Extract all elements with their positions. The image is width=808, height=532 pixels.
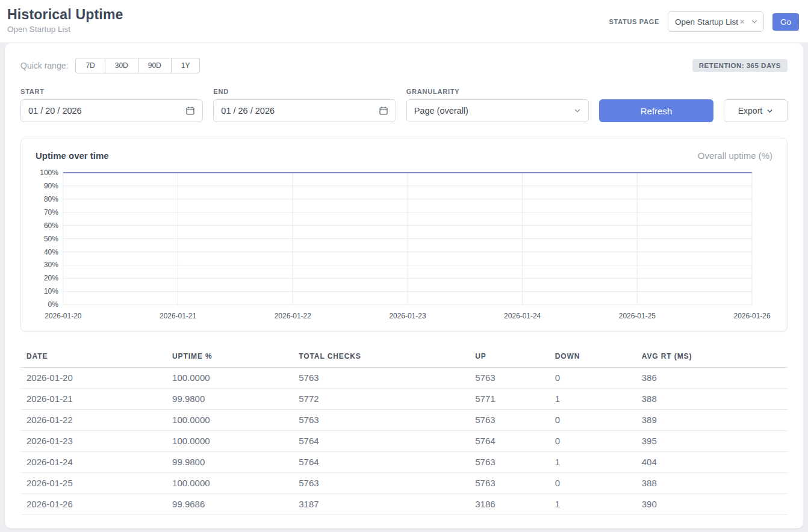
- table-cell: 0: [549, 368, 636, 389]
- page-title: Historical Uptime: [7, 7, 123, 23]
- quick-range-button-1y[interactable]: 1Y: [171, 58, 200, 73]
- table-cell: 5763: [293, 410, 469, 431]
- chart-header: Uptime over time Overall uptime (%): [36, 150, 772, 167]
- table-cell: 0: [549, 431, 636, 452]
- table-cell: 2026-01-21: [20, 389, 166, 410]
- table-cell: 390: [636, 494, 788, 515]
- table-cell: 99.9686: [166, 494, 293, 515]
- chevron-down-icon: [574, 107, 581, 114]
- svg-text:90%: 90%: [44, 182, 58, 190]
- quick-range-group: 7D30D90D1Y: [75, 58, 200, 73]
- calendar-icon[interactable]: [379, 106, 388, 116]
- table-cell: 1: [549, 494, 636, 515]
- svg-text:2026-01-21: 2026-01-21: [160, 312, 196, 320]
- table-cell: 2026-01-26: [20, 494, 166, 515]
- calendar-icon[interactable]: [185, 106, 195, 116]
- svg-text:2026-01-22: 2026-01-22: [275, 312, 311, 320]
- title-block: Historical Uptime Open Startup List: [7, 7, 123, 34]
- table-cell: 2026-01-25: [20, 473, 166, 494]
- svg-text:30%: 30%: [44, 261, 58, 269]
- granularity-select[interactable]: Page (overall): [406, 99, 589, 122]
- start-date-field-group: START 01 / 20 / 2026: [20, 88, 203, 122]
- table-body: 2026-01-20100.00005763576303862026-01-21…: [20, 368, 788, 515]
- page-subtitle: Open Startup List: [7, 25, 123, 34]
- svg-text:80%: 80%: [44, 195, 58, 203]
- filters-row: START 01 / 20 / 2026 END 01 / 26 / 2026: [20, 88, 788, 122]
- table-cell: 2026-01-22: [20, 410, 166, 431]
- svg-text:2026-01-23: 2026-01-23: [389, 312, 426, 320]
- export-button[interactable]: Export: [724, 99, 788, 122]
- table-cell: 5763: [293, 473, 469, 494]
- end-date-input[interactable]: 01 / 26 / 2026: [213, 99, 396, 122]
- table-header-row: DATEUPTIME %TOTAL CHECKSUPDOWNAVG RT (MS…: [20, 346, 788, 368]
- end-date-field-group: END 01 / 26 / 2026: [213, 88, 396, 122]
- quick-range-button-7d[interactable]: 7D: [75, 58, 105, 73]
- table-cell: 5763: [469, 410, 549, 431]
- table-cell: 5763: [469, 473, 549, 494]
- table-cell: 388: [636, 473, 788, 494]
- refresh-button[interactable]: Refresh: [599, 99, 713, 122]
- table-cell: 2026-01-24: [20, 452, 166, 473]
- table-cell: 388: [636, 389, 788, 410]
- svg-text:2026-01-26: 2026-01-26: [733, 312, 770, 320]
- svg-text:40%: 40%: [44, 248, 58, 256]
- start-date-input[interactable]: 01 / 20 / 2026: [20, 99, 203, 122]
- chart-legend: Overall uptime (%): [698, 150, 772, 161]
- chart-title: Uptime over time: [36, 150, 109, 161]
- table-row: 2026-01-2699.9686318731861390: [20, 494, 788, 515]
- status-page-selected-value: Open Startup List: [675, 17, 738, 26]
- table-cell: 5763: [469, 368, 549, 389]
- export-button-label: Export: [738, 106, 762, 116]
- clear-selection-icon[interactable]: ✕: [739, 18, 745, 26]
- svg-text:2026-01-25: 2026-01-25: [619, 312, 656, 320]
- uptime-chart-svg: 0%10%20%30%40%50%60%70%80%90%100%2026-01…: [36, 167, 772, 325]
- svg-text:2026-01-20: 2026-01-20: [45, 312, 81, 320]
- quick-range-button-30d[interactable]: 30D: [105, 58, 138, 73]
- table-row: 2026-01-22100.0000576357630389: [20, 410, 788, 431]
- table-cell: 100.0000: [166, 473, 293, 494]
- granularity-field-group: GRANULARITY Page (overall): [406, 88, 589, 122]
- table-cell: 2026-01-23: [20, 431, 166, 452]
- end-date-value: 01 / 26 / 2026: [221, 106, 275, 116]
- svg-text:50%: 50%: [44, 235, 58, 243]
- table-cell: 0: [549, 473, 636, 494]
- page-header: Historical Uptime Open Startup List STAT…: [0, 0, 808, 42]
- table-cell: 2026-01-20: [20, 368, 166, 389]
- go-button[interactable]: Go: [772, 13, 799, 31]
- svg-text:100%: 100%: [40, 169, 58, 177]
- quick-range-row: Quick range: 7D30D90D1Y RETENTION: 365 D…: [20, 58, 788, 73]
- table-cell: 99.9800: [166, 452, 293, 473]
- table-cell: 100.0000: [166, 431, 293, 452]
- table-cell: 3186: [469, 494, 549, 515]
- table-row: 2026-01-2199.9800577257711388: [20, 389, 788, 410]
- table-cell: 99.9800: [166, 389, 293, 410]
- historical-uptime-panel: Quick range: 7D30D90D1Y RETENTION: 365 D…: [5, 43, 803, 528]
- status-page-label: STATUS PAGE: [609, 18, 659, 25]
- table-cell: 395: [636, 431, 788, 452]
- chart-gridlines: [63, 173, 752, 305]
- table-cell: 1: [549, 452, 636, 473]
- table-row: 2026-01-2499.9800576457631404: [20, 452, 788, 473]
- uptime-chart: 0%10%20%30%40%50%60%70%80%90%100%2026-01…: [36, 167, 772, 325]
- svg-text:0%: 0%: [48, 300, 59, 309]
- svg-text:60%: 60%: [44, 221, 58, 230]
- table-cell: 5763: [469, 452, 549, 473]
- svg-text:70%: 70%: [44, 208, 58, 217]
- svg-text:2026-01-24: 2026-01-24: [504, 312, 541, 320]
- table-cell: 5772: [293, 389, 469, 410]
- uptime-chart-card: Uptime over time Overall uptime (%) 0%10…: [20, 138, 788, 332]
- table-cell: 5764: [469, 431, 549, 452]
- table-row: 2026-01-25100.0000576357630388: [20, 473, 788, 494]
- status-page-select[interactable]: Open Startup List ✕: [668, 11, 764, 32]
- table-cell: 3187: [293, 494, 469, 515]
- table-row: 2026-01-23100.0000576457640395: [20, 431, 788, 452]
- granularity-selected-value: Page (overall): [414, 106, 468, 116]
- table-column-header: DOWN: [549, 346, 636, 368]
- uptime-stats-table: DATEUPTIME %TOTAL CHECKSUPDOWNAVG RT (MS…: [20, 346, 788, 515]
- table-column-header: AVG RT (MS): [636, 346, 788, 368]
- table-column-header: DATE: [20, 346, 166, 368]
- svg-text:10%: 10%: [44, 287, 58, 295]
- table-cell: 1: [549, 389, 636, 410]
- table-cell: 386: [636, 368, 788, 389]
- quick-range-button-90d[interactable]: 90D: [138, 58, 172, 73]
